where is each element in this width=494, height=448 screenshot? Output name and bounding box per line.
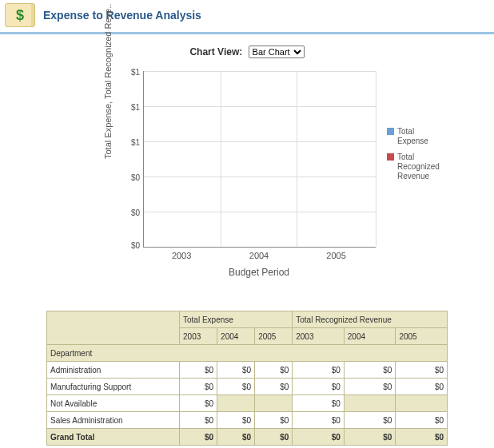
x-tick: 2004 (249, 251, 269, 260)
chart-area: Total Expense, Total Recognized Reve.. $… (47, 63, 447, 287)
metric-header-total-recognized-revenue: Total Recognized Revenue (293, 311, 448, 328)
chart-view-row: Chart View: Bar Chart (0, 46, 494, 58)
table-row: Sales Administration $0 $0 $0 $0 $0 $0 (47, 412, 448, 429)
x-axis-title: Budget Period (143, 267, 375, 278)
grid-line (144, 141, 376, 142)
data-table-wrap: Total Expense Total Recognized Revenue 2… (46, 311, 448, 446)
grid-line (221, 71, 221, 247)
cell: $0 (255, 362, 293, 379)
year-header: 2005 (255, 328, 293, 345)
grid-line (144, 176, 376, 177)
row-group-label: Department (47, 345, 448, 362)
cell: $0 (180, 412, 217, 429)
cell: $0 (344, 429, 396, 446)
grid-line (144, 71, 376, 72)
cell: $0 (180, 379, 217, 395)
table-row: Manufacturing Support $0 $0 $0 $0 $0 $0 (47, 379, 448, 395)
table-header-row: Total Expense Total Recognized Revenue (47, 311, 448, 328)
year-header: 2003 (293, 328, 345, 345)
legend-label: Total Recognized Revenue (397, 153, 440, 181)
row-label: Manufacturing Support (47, 379, 180, 395)
year-header: 2004 (344, 328, 396, 345)
cell: $0 (180, 362, 217, 379)
year-header: 2003 (180, 328, 217, 345)
cell: $0 (217, 429, 255, 446)
title-bar: $ Expense to Revenue Analysis (0, 0, 494, 34)
cell: $0 (293, 379, 345, 395)
y-tick: $1 (131, 68, 140, 77)
data-table: Total Expense Total Recognized Revenue 2… (46, 311, 448, 446)
empty-cell (255, 395, 293, 412)
cell: $0 (344, 362, 396, 379)
cell: $0 (344, 379, 396, 395)
cell: $0 (255, 429, 293, 446)
y-tick: $1 (131, 138, 140, 147)
cell: $0 (293, 395, 345, 412)
y-axis-ticks: $1 $1 $1 $0 $0 $0 (119, 68, 140, 248)
cell: $0 (293, 362, 345, 379)
grid-line (297, 71, 297, 247)
chart-legend: Total Expense Total Recognized Revenue (387, 127, 440, 188)
empty-cell (344, 395, 396, 412)
cell: $0 (255, 379, 293, 395)
grand-total-label: Grand Total (47, 429, 180, 446)
y-tick: $0 (131, 208, 140, 217)
cell: $0 (180, 429, 217, 446)
year-header: 2005 (396, 328, 448, 345)
year-header: 2004 (217, 328, 255, 345)
table-corner-cell (47, 311, 180, 345)
cell: $0 (396, 412, 448, 429)
cell: $0 (344, 412, 396, 429)
cell: $0 (217, 412, 255, 429)
chart-view-select[interactable]: Bar Chart (249, 46, 305, 58)
chart-plot (143, 71, 376, 248)
cell: $0 (396, 379, 448, 395)
page-title: Expense to Revenue Analysis (43, 9, 201, 22)
x-tick: 2005 (326, 251, 345, 260)
cell: $0 (293, 429, 345, 446)
empty-cell (396, 395, 448, 412)
dollar-glyph: $ (16, 7, 24, 24)
cell: $0 (180, 395, 217, 412)
cell: $0 (396, 362, 448, 379)
row-label: Sales Administration (47, 412, 180, 429)
cell: $0 (255, 412, 293, 429)
table-row: Administration $0 $0 $0 $0 $0 $0 (47, 362, 448, 379)
grid-line (144, 106, 376, 107)
cell: $0 (217, 379, 255, 395)
chart-view-label: Chart View: (189, 46, 242, 57)
table-row: Not Available $0 $0 (47, 395, 448, 412)
x-tick: 2003 (172, 251, 191, 260)
metric-header-total-expense: Total Expense (180, 311, 293, 328)
cell: $0 (293, 412, 345, 429)
empty-cell (217, 395, 255, 412)
cell: $0 (217, 362, 255, 379)
grand-total-row: Grand Total $0 $0 $0 $0 $0 $0 (47, 429, 448, 446)
legend-item-total-recognized-revenue: Total Recognized Revenue (387, 153, 440, 181)
legend-item-total-expense: Total Expense (387, 127, 440, 146)
cell: $0 (396, 429, 448, 446)
grid-line (144, 212, 376, 212)
grid-line (376, 71, 376, 247)
y-axis-title: Total Expense, Total Recognized Reve.. (103, 4, 113, 159)
legend-swatch-red (387, 153, 394, 161)
row-label: Not Available (47, 395, 180, 412)
legend-swatch-blue (387, 128, 394, 135)
y-tick: $1 (131, 103, 140, 112)
dollar-icon: $ (5, 3, 35, 27)
row-label: Administration (47, 362, 180, 379)
legend-label: Total Expense (397, 127, 428, 146)
y-tick: $0 (131, 241, 140, 250)
department-label: Department (47, 345, 448, 362)
y-tick: $0 (131, 173, 140, 182)
